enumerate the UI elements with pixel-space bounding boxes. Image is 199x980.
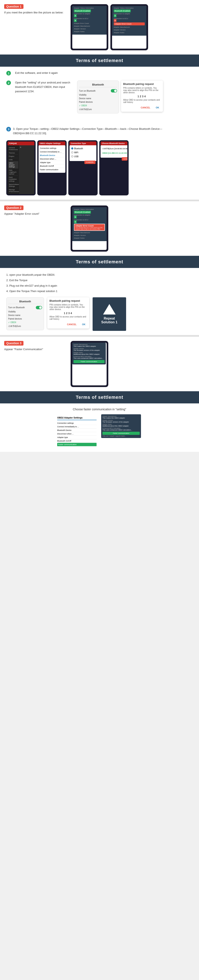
- bt-device-2[interactable]: 小米手机Euro: [79, 107, 117, 111]
- step2-row: 2 Open the "setting" of your android,and…: [6, 81, 193, 113]
- intro-phones: Adapter Status Information Bluetooth Ena…: [71, 4, 195, 50]
- nav-speech[interactable]: Speech/Alarm Settings: [8, 183, 18, 188]
- nav-adapter[interactable]: OBD2 Adapter Settings: [8, 161, 18, 169]
- torque-phone-3: Connection Type Bluetooth WiFi USB: [68, 140, 98, 196]
- q3-manufacturer-value: This makes the OBD2 adapter: [74, 345, 104, 347]
- usb-option[interactable]: USB: [71, 154, 96, 159]
- phone-mock-2: Adapter Status Information Bluetooth Ena…: [111, 4, 148, 50]
- terms2-bt-header: Bluetooth: [8, 299, 42, 304]
- bt-toggle[interactable]: [111, 89, 117, 92]
- terms3-faster-comm[interactable]: Faster communication: [57, 443, 96, 446]
- obd-conn-settings[interactable]: Connection settings: [40, 146, 64, 150]
- nav-dash[interactable]: Dash installation settings: [8, 176, 18, 183]
- nav-manage[interactable]: Manage vPIDs/Sensors: [8, 188, 18, 193]
- terms3-connect[interactable]: Connect immediately to ...: [57, 425, 96, 429]
- step2-number: 2: [6, 81, 11, 85]
- repeat-solution-box: RepeatSolution 1: [93, 298, 126, 331]
- terms2-item3: 3. Plug out the elm327 and plug in it ag…: [6, 283, 193, 288]
- obd-connect-immediately[interactable]: Connect immediately to ...: [40, 150, 64, 154]
- steps-section: 1 Exit the software, and enter it again …: [0, 67, 199, 123]
- terms2-bt-toggle[interactable]: [36, 306, 42, 309]
- bt-device-name-row: Device name: [79, 97, 117, 100]
- nav-units[interactable]: Units: [8, 158, 18, 161]
- q3-version-label: Adapter Version: [74, 348, 104, 349]
- bt-visibility-label: Visibility: [79, 94, 87, 96]
- wifi-option[interactable]: WiFi: [71, 151, 96, 154]
- bt-device-header: Choose Bluetooth Device: [101, 142, 127, 145]
- obd-faster-comm[interactable]: Faster communication: [40, 168, 64, 172]
- question2-phones: Adapter Status Information Bluetooth Ena…: [71, 205, 195, 251]
- bt-list-cancel-button[interactable]: CANCEL: [122, 157, 127, 161]
- q2-error-desc: This should stay at 0. It will count up …: [76, 227, 103, 230]
- terms3-bt-onoff[interactable]: Bluetooth On/Off: [57, 439, 96, 443]
- nav-plugins[interactable]: Plugins: [8, 155, 18, 158]
- nav-data[interactable]: Data Logging & Upload: [8, 169, 18, 176]
- bt-device-list: 小米手机Euro [34:80:B3:34:5E:58] OBDII [AA:B…: [101, 145, 127, 158]
- terms3-faster-desc: Only use if adapter supports faster...: [103, 435, 140, 437]
- bt-turn-on-row: Turn on Bluetooth: [79, 89, 117, 93]
- terms3-conn-settings[interactable]: Connection settings: [57, 422, 96, 425]
- torque-phone-1: TORQUE General Preferences Themes Plugin…: [6, 140, 36, 196]
- adapter-title-2: Adapter Status Information: [114, 7, 145, 9]
- question2-section: Question 2 Appear "Adapter Error count" …: [0, 201, 199, 256]
- bt-device-obdii[interactable]: ✓ OBDII: [79, 104, 117, 107]
- q2-title: Adapter Status Information: [74, 208, 105, 210]
- terms3-instruction: Choose faster communication in "setting": [6, 407, 193, 411]
- torque-screen-1: TORQUE General Preferences Themes Plugin…: [8, 142, 34, 194]
- obd-bt-device[interactable]: Bluetooth Device: [40, 154, 64, 157]
- section2-header: Terms of settlement: [0, 256, 199, 268]
- phone-screen-2: Adapter Status Information Bluetooth Ena…: [112, 6, 147, 49]
- bt-list-device2[interactable]: OBDII [AA:BB:CC:11:22:33]: [102, 151, 127, 155]
- terms2-obdii-device[interactable]: ✓ OBDII: [8, 321, 42, 324]
- terms3-bt-device[interactable]: Bluetooth Device: [57, 429, 96, 432]
- terms2-list: 1. open your bluetooth,unpair the OBDII.…: [6, 272, 193, 294]
- manufacturer-2: Adapter Manufacturer: [114, 26, 145, 28]
- question3-phones: Adapter Manufacturer This makes the OBD2…: [71, 341, 195, 387]
- step1-row: 1 Exit the software, and enter it again: [6, 71, 193, 75]
- dialog-ok-button[interactable]: OK: [154, 105, 161, 110]
- bt-turn-on-label: Turn on Bluetooth: [79, 90, 96, 92]
- conn-ecu-value: ●: [74, 19, 77, 22]
- bt-visibility-row: Visibility: [79, 93, 117, 97]
- q2-phone-screen-1: Adapter Status Information Bluetooth Ena…: [72, 207, 107, 250]
- terms2-dialog-title: Bluetooth pairing request: [49, 299, 87, 302]
- step1-number: 1: [6, 71, 11, 75]
- terms2-device2[interactable]: 小米手机Euro: [8, 324, 42, 328]
- terms3-faster-bar: Faster communication: [103, 432, 140, 435]
- torque-screen-4: Choose Bluetooth Device 小米手机Euro [34:80:…: [101, 142, 127, 161]
- terms2-pairing-dialog: Bluetooth pairing request PIN contains l…: [47, 298, 89, 329]
- repeat-solution-label: RepeatSolution 1: [101, 317, 117, 324]
- terms3-phones: OBD2 Adapter Settings Connection setting…: [6, 414, 193, 448]
- bt-settings-header: Bluetooth: [79, 83, 117, 87]
- terms2-bt-phone: Bluetooth Turn on Bluetooth Visibility D…: [6, 298, 44, 330]
- terms2-ok-button[interactable]: OK: [81, 322, 87, 326]
- terms3-version-value: The firmware version of the adapter: [103, 421, 140, 423]
- obd-disconnect[interactable]: Disconnect when ...: [40, 157, 64, 161]
- terms2-pairing-area: Bluetooth pairing request PIN contains l…: [47, 298, 89, 329]
- obd-bt-onoff[interactable]: Bluetooth On/Off: [40, 164, 64, 168]
- q2-conn-adapter: Connection to adapter: [74, 214, 105, 216]
- conn-ecu-label: Connection to ECU: [74, 18, 105, 19]
- question2-text: Appear "Adapter Error count": [4, 212, 66, 216]
- q2-phone-1: Adapter Status Information Bluetooth Ena…: [71, 205, 108, 251]
- bt-option[interactable]: Bluetooth: [71, 146, 96, 151]
- q2-conn-adapter-val: ●: [74, 216, 77, 218]
- terms2-dialog-buttons: CANCEL OK: [49, 322, 87, 326]
- terms2-item4: 4. Open the Torque.Then repeat solution …: [6, 288, 193, 294]
- step1-text: Exit the software, and enter it again: [15, 71, 193, 75]
- terms2-cancel-button[interactable]: CANCEL: [65, 322, 78, 326]
- nav-general[interactable]: General Preferences: [8, 146, 18, 151]
- dialog-cancel-button[interactable]: CANCEL: [139, 105, 152, 110]
- nav-themes[interactable]: Themes: [8, 151, 18, 155]
- obd-adapter-type[interactable]: Adapter type: [40, 161, 64, 164]
- phone-screen-1: Adapter Status Information Bluetooth Ena…: [72, 6, 107, 49]
- engine-icon: ⚙: [20, 146, 21, 148]
- torque-nav: General Preferences Themes Plugins Units…: [8, 145, 19, 194]
- connection-cancel-button[interactable]: CANCEL: [84, 161, 96, 164]
- terms3-manufacturer-value: This makes the OBD2 adapter: [103, 417, 140, 419]
- q3-version-value: The firmware version of the adapter: [74, 349, 104, 351]
- terms3-disconnect[interactable]: Disconnect when ...: [57, 432, 96, 436]
- q2-notes: Adapter Notes: [74, 237, 105, 239]
- terms3-adapter-type[interactable]: Adapter type: [57, 436, 96, 439]
- bt-list-device1[interactable]: 小米手机Euro [34:80:B3:34:5E:58]: [102, 146, 127, 151]
